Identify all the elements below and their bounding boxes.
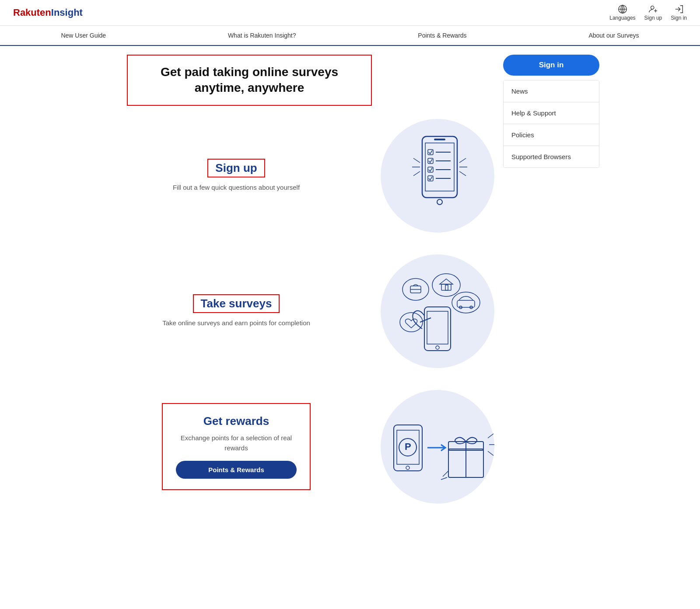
signup-illustration: [381, 119, 494, 233]
hero-box: Get paid taking online surveys anytime, …: [127, 55, 372, 106]
svg-line-22: [459, 171, 466, 176]
sidebar-item-supported-browsers[interactable]: Supported Browsers: [504, 146, 599, 167]
feature-rewards: Get rewards Exchange points for a select…: [101, 390, 494, 504]
languages-label: Languages: [609, 15, 635, 21]
signup-description: Fill out a few quick questions about you…: [101, 183, 372, 193]
surveys-illustration: [381, 254, 494, 368]
svg-line-23: [413, 158, 420, 163]
feature-rewards-text: Get rewards Exchange points for a select…: [101, 403, 372, 490]
svg-line-54: [443, 471, 448, 477]
svg-point-44: [406, 466, 410, 470]
content-area: Get paid taking online surveys anytime, …: [101, 55, 494, 525]
rewards-title: Get rewards: [176, 414, 297, 428]
main-nav: New User Guide What is Rakuten Insight? …: [0, 26, 700, 46]
svg-line-25: [413, 171, 420, 176]
points-rewards-button[interactable]: Points & Rewards: [176, 461, 297, 479]
svg-line-51: [488, 434, 494, 438]
svg-point-10: [437, 199, 442, 205]
person-arrow-icon: [674, 4, 684, 14]
gift-svg: P: [381, 394, 494, 499]
checklist-phone-svg: [402, 128, 472, 224]
nav-what-is[interactable]: What is Rakuten Insight?: [228, 32, 296, 39]
svg-rect-8: [422, 136, 457, 198]
feature-signup: Sign up Fill out a few quick questions a…: [101, 119, 494, 233]
svg-point-28: [436, 346, 439, 349]
sidebar-item-news[interactable]: News: [504, 80, 599, 102]
surveys-description: Take online surveys and earn points for …: [101, 318, 372, 328]
main-container: Get paid taking online surveys anytime, …: [88, 46, 612, 534]
logo[interactable]: Rakuten Insight: [13, 7, 83, 18]
surveys-title: Take surveys: [201, 297, 272, 310]
nav-about-surveys[interactable]: About our Surveys: [588, 32, 639, 39]
rewards-description: Exchange points for a selection of real …: [176, 433, 297, 453]
svg-marker-34: [440, 279, 453, 284]
languages-button[interactable]: Languages: [609, 4, 635, 21]
globe-icon: [618, 4, 627, 14]
feature-signup-text: Sign up Fill out a few quick questions a…: [101, 159, 372, 193]
svg-rect-27: [427, 311, 448, 344]
svg-rect-11: [434, 139, 445, 140]
logo-insight: Insight: [51, 7, 83, 18]
hero-headline: Get paid taking online surveys anytime, …: [141, 64, 358, 96]
svg-point-41: [400, 313, 423, 332]
feature-surveys: Take surveys Take online surveys and ear…: [101, 254, 494, 368]
svg-line-53: [488, 451, 494, 456]
signup-label: Sign up: [644, 15, 662, 21]
svg-rect-36: [445, 285, 448, 290]
sidebar-item-policies[interactable]: Policies: [504, 124, 599, 146]
surveys-title-box: Take surveys: [193, 294, 280, 313]
nav-new-user-guide[interactable]: New User Guide: [61, 32, 106, 39]
sidebar-menu: News Help & Support Policies Supported B…: [503, 80, 599, 168]
header-actions: Languages Sign up Sign in: [609, 4, 687, 21]
svg-rect-14: [428, 158, 433, 164]
svg-text:P: P: [405, 441, 411, 452]
svg-point-4: [651, 6, 654, 9]
sidebar-signin-button[interactable]: Sign in: [503, 55, 599, 76]
svg-rect-16: [428, 167, 433, 172]
svg-line-55: [441, 477, 447, 480]
svg-point-37: [452, 292, 480, 313]
svg-rect-18: [428, 176, 433, 181]
rewards-illustration: P: [381, 390, 494, 504]
rewards-box: Get rewards Exchange points for a select…: [162, 403, 311, 490]
signup-title: Sign up: [215, 161, 257, 175]
survey-phone-svg: [381, 254, 494, 368]
person-add-icon: [648, 4, 658, 14]
svg-line-20: [459, 158, 466, 163]
header-signup-button[interactable]: Sign up: [644, 4, 662, 21]
sidebar-item-help-support[interactable]: Help & Support: [504, 102, 599, 124]
header: Rakuten Insight Languages Sign up: [0, 0, 700, 26]
nav-points-rewards[interactable]: Points & Rewards: [418, 32, 466, 39]
feature-surveys-text: Take surveys Take online surveys and ear…: [101, 294, 372, 328]
sidebar: Sign in News Help & Support Policies Sup…: [503, 55, 599, 525]
logo-rakuten: Rakuten: [13, 7, 51, 18]
signin-label: Sign in: [671, 15, 687, 21]
signup-title-box: Sign up: [207, 159, 265, 177]
svg-rect-12: [428, 150, 433, 155]
header-signin-button[interactable]: Sign in: [671, 4, 687, 21]
